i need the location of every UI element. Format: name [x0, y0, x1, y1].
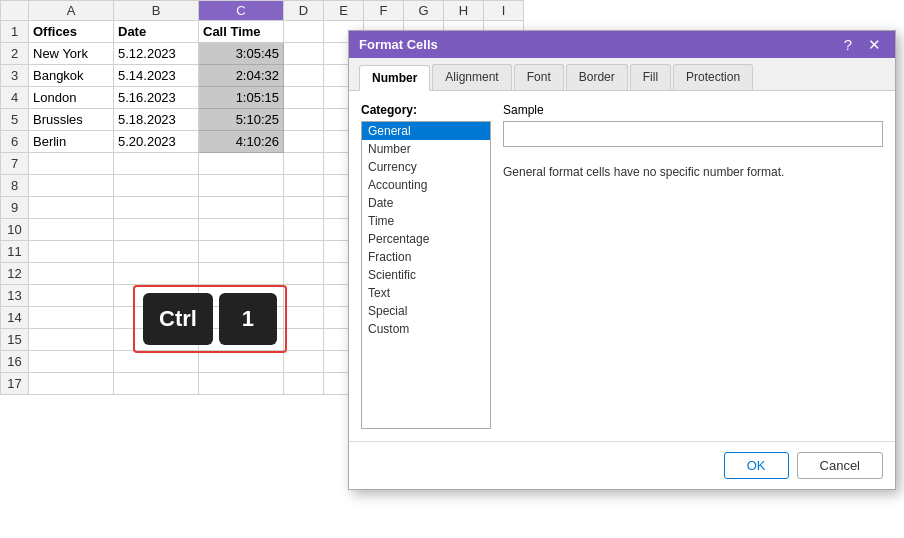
category-item-time[interactable]: Time — [362, 212, 490, 230]
tab-protection[interactable]: Protection — [673, 64, 753, 90]
row-header-16[interactable]: 16 — [1, 351, 29, 373]
cell-C2[interactable]: 3:05:45 — [199, 43, 284, 65]
dialog-help-button[interactable]: ? — [840, 37, 856, 52]
row-header-8[interactable]: 8 — [1, 175, 29, 197]
cell-D8[interactable] — [284, 175, 324, 197]
cell-D7[interactable] — [284, 153, 324, 175]
col-header-I[interactable]: I — [484, 1, 524, 21]
cell-A2[interactable]: New York — [29, 43, 114, 65]
category-item-date[interactable]: Date — [362, 194, 490, 212]
cell-A4[interactable]: London — [29, 87, 114, 109]
category-item-custom[interactable]: Custom — [362, 320, 490, 338]
cell-D5[interactable] — [284, 109, 324, 131]
col-header-E[interactable]: E — [324, 1, 364, 21]
cell-B5[interactable]: 5.18.2023 — [114, 109, 199, 131]
cell-A6[interactable]: Berlin — [29, 131, 114, 153]
cell-B3[interactable]: 5.14.2023 — [114, 65, 199, 87]
cell-B9[interactable] — [114, 197, 199, 219]
cell-C12[interactable] — [199, 263, 284, 285]
cell-B10[interactable] — [114, 219, 199, 241]
cell-B2[interactable]: 5.12.2023 — [114, 43, 199, 65]
cell-A14[interactable] — [29, 307, 114, 329]
cell-B11[interactable] — [114, 241, 199, 263]
cell-B4[interactable]: 5.16.2023 — [114, 87, 199, 109]
cell-D1[interactable] — [284, 21, 324, 43]
row-header-3[interactable]: 3 — [1, 65, 29, 87]
cell-D10[interactable] — [284, 219, 324, 241]
cell-C1[interactable]: Call Time — [199, 21, 284, 43]
col-header-G[interactable]: G — [404, 1, 444, 21]
cell-A11[interactable] — [29, 241, 114, 263]
row-header-13[interactable]: 13 — [1, 285, 29, 307]
cell-D9[interactable] — [284, 197, 324, 219]
row-header-9[interactable]: 9 — [1, 197, 29, 219]
cell-D13[interactable] — [284, 285, 324, 307]
cell-D3[interactable] — [284, 65, 324, 87]
tab-number[interactable]: Number — [359, 65, 430, 91]
cell-D2[interactable] — [284, 43, 324, 65]
category-item-general[interactable]: General — [362, 122, 490, 140]
category-list[interactable]: GeneralNumberCurrencyAccountingDateTimeP… — [361, 121, 491, 429]
dialog-close-button[interactable]: ✕ — [864, 37, 885, 52]
cell-A7[interactable] — [29, 153, 114, 175]
cell-D14[interactable] — [284, 307, 324, 329]
row-header-17[interactable]: 17 — [1, 373, 29, 395]
cell-B17[interactable] — [114, 373, 199, 395]
cell-C16[interactable] — [199, 351, 284, 373]
col-header-row[interactable] — [1, 1, 29, 21]
category-item-scientific[interactable]: Scientific — [362, 266, 490, 284]
tab-alignment[interactable]: Alignment — [432, 64, 511, 90]
cell-C3[interactable]: 2:04:32 — [199, 65, 284, 87]
category-item-number[interactable]: Number — [362, 140, 490, 158]
cell-C9[interactable] — [199, 197, 284, 219]
cell-A1[interactable]: Offices — [29, 21, 114, 43]
cell-D15[interactable] — [284, 329, 324, 351]
cell-C8[interactable] — [199, 175, 284, 197]
category-item-accounting[interactable]: Accounting — [362, 176, 490, 194]
row-header-1[interactable]: 1 — [1, 21, 29, 43]
row-header-4[interactable]: 4 — [1, 87, 29, 109]
cell-A12[interactable] — [29, 263, 114, 285]
cell-C5[interactable]: 5:10:25 — [199, 109, 284, 131]
cell-B1[interactable]: Date — [114, 21, 199, 43]
cell-C10[interactable] — [199, 219, 284, 241]
category-item-text[interactable]: Text — [362, 284, 490, 302]
category-item-percentage[interactable]: Percentage — [362, 230, 490, 248]
cell-D17[interactable] — [284, 373, 324, 395]
row-header-5[interactable]: 5 — [1, 109, 29, 131]
cell-A5[interactable]: Brussles — [29, 109, 114, 131]
row-header-7[interactable]: 7 — [1, 153, 29, 175]
row-header-14[interactable]: 14 — [1, 307, 29, 329]
cell-D4[interactable] — [284, 87, 324, 109]
ok-button[interactable]: OK — [724, 452, 789, 479]
category-item-fraction[interactable]: Fraction — [362, 248, 490, 266]
cell-A10[interactable] — [29, 219, 114, 241]
row-header-12[interactable]: 12 — [1, 263, 29, 285]
cell-A13[interactable] — [29, 285, 114, 307]
cell-B8[interactable] — [114, 175, 199, 197]
cell-C4[interactable]: 1:05:15 — [199, 87, 284, 109]
cell-A3[interactable]: Bangkok — [29, 65, 114, 87]
cell-D16[interactable] — [284, 351, 324, 373]
cell-A17[interactable] — [29, 373, 114, 395]
row-header-11[interactable]: 11 — [1, 241, 29, 263]
cell-D11[interactable] — [284, 241, 324, 263]
cell-B7[interactable] — [114, 153, 199, 175]
row-header-10[interactable]: 10 — [1, 219, 29, 241]
cell-C17[interactable] — [199, 373, 284, 395]
cell-A15[interactable] — [29, 329, 114, 351]
category-item-special[interactable]: Special — [362, 302, 490, 320]
cell-C11[interactable] — [199, 241, 284, 263]
cell-B6[interactable]: 5.20.2023 — [114, 131, 199, 153]
category-item-currency[interactable]: Currency — [362, 158, 490, 176]
col-header-H[interactable]: H — [444, 1, 484, 21]
cell-A16[interactable] — [29, 351, 114, 373]
cancel-button[interactable]: Cancel — [797, 452, 883, 479]
cell-A9[interactable] — [29, 197, 114, 219]
tab-fill[interactable]: Fill — [630, 64, 671, 90]
cell-C6[interactable]: 4:10:26 — [199, 131, 284, 153]
col-header-C[interactable]: C — [199, 1, 284, 21]
tab-font[interactable]: Font — [514, 64, 564, 90]
col-header-B[interactable]: B — [114, 1, 199, 21]
cell-B16[interactable] — [114, 351, 199, 373]
